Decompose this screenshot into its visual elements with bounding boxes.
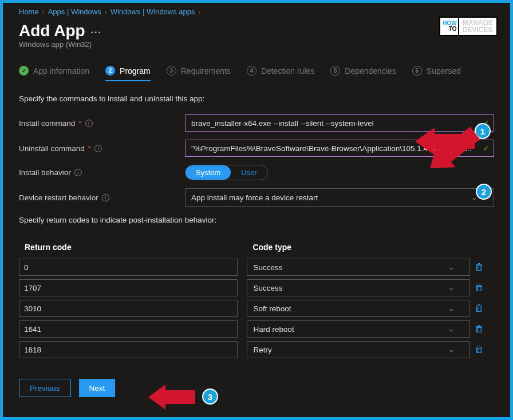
- tab-supersedence[interactable]: 6 Supersed: [412, 66, 461, 81]
- delete-icon[interactable]: 🗑: [470, 262, 484, 272]
- install-behavior-label: Install behavior i: [19, 168, 179, 177]
- return-codes-table: Return code Code type Success⌵ 🗑 Success…: [19, 236, 494, 362]
- section-description: Specify the commands to install and unin…: [19, 94, 494, 103]
- chevron-down-icon: ⌵: [449, 264, 453, 271]
- site-logo: HOWTO MANAGEDEVICES: [439, 17, 498, 36]
- delete-icon[interactable]: 🗑: [470, 324, 484, 334]
- uninstall-command-label: Uninstall command * i: [19, 144, 179, 153]
- step-number-icon: 3: [167, 66, 176, 76]
- section-description: Specify return codes to indicate post-in…: [19, 216, 494, 224]
- info-icon[interactable]: i: [102, 194, 109, 201]
- restart-behavior-dropdown[interactable]: App install may force a device restart ⌵: [185, 188, 494, 207]
- chevron-down-icon: ⌵: [449, 305, 453, 312]
- page-title: Add App ···: [19, 22, 102, 40]
- toggle-user[interactable]: User: [231, 165, 267, 180]
- more-menu-icon[interactable]: ···: [91, 24, 102, 38]
- column-header-code-type: Code type: [247, 239, 470, 255]
- step-number-icon: 4: [247, 66, 256, 76]
- tab-dependencies[interactable]: 5 Dependencies: [330, 66, 396, 81]
- table-row: Hard reboot⌵ 🗑: [19, 320, 494, 338]
- breadcrumb-windows-apps[interactable]: Windows | Windows apps: [111, 7, 195, 16]
- annotation-badge-2: 2: [476, 184, 492, 200]
- required-indicator: *: [78, 119, 81, 128]
- chevron-right-icon: ›: [42, 8, 45, 16]
- chevron-down-icon: ⌵: [449, 284, 453, 292]
- next-button[interactable]: Next: [79, 379, 116, 397]
- annotation-badge-3: 3: [202, 389, 218, 405]
- annotation-arrow-3: [148, 385, 195, 410]
- breadcrumb-home[interactable]: Home: [19, 7, 39, 16]
- code-type-dropdown[interactable]: Soft reboot⌵: [247, 300, 470, 317]
- tab-program[interactable]: 2 Program: [105, 66, 151, 81]
- tab-detection-rules[interactable]: 4 Detection rules: [247, 66, 314, 81]
- restart-behavior-label: Device restart behavior i: [19, 193, 179, 202]
- delete-icon[interactable]: 🗑: [470, 283, 484, 292]
- code-type-dropdown[interactable]: Success⌵: [247, 259, 470, 276]
- page-subtitle: Windows app (Win32): [19, 40, 102, 49]
- chevron-down-icon: ⌵: [449, 346, 453, 354]
- code-type-dropdown[interactable]: Hard reboot⌵: [247, 320, 470, 338]
- delete-icon[interactable]: 🗑: [470, 303, 484, 313]
- return-code-input[interactable]: [19, 341, 238, 358]
- step-number-icon: 6: [412, 66, 422, 76]
- return-code-input[interactable]: [19, 300, 238, 317]
- toggle-system[interactable]: System: [186, 165, 231, 180]
- code-type-dropdown[interactable]: Success⌵: [247, 279, 470, 296]
- install-behavior-toggle: System User: [185, 165, 268, 180]
- breadcrumb: Home › Apps | Windows › Windows | Window…: [19, 7, 494, 16]
- required-indicator: *: [88, 144, 91, 153]
- table-row: Retry⌵ 🗑: [19, 341, 494, 358]
- chevron-down-icon: ⌵: [449, 326, 453, 333]
- previous-button[interactable]: Previous: [19, 379, 71, 397]
- info-icon[interactable]: i: [85, 120, 93, 127]
- step-number-icon: 5: [330, 66, 340, 76]
- return-code-input[interactable]: [19, 320, 238, 338]
- tab-app-information[interactable]: ✓ App information: [19, 66, 89, 81]
- delete-icon[interactable]: 🗑: [470, 344, 484, 354]
- info-icon[interactable]: i: [74, 169, 82, 176]
- chevron-right-icon: ›: [105, 8, 107, 16]
- table-row: Soft reboot⌵ 🗑: [19, 300, 494, 317]
- chevron-right-icon: ›: [199, 8, 201, 16]
- breadcrumb-apps[interactable]: Apps | Windows: [48, 7, 101, 16]
- return-code-input[interactable]: [19, 279, 238, 296]
- return-code-input[interactable]: [19, 259, 238, 276]
- table-row: Success⌵ 🗑: [19, 259, 494, 276]
- step-number-icon: 2: [105, 66, 115, 76]
- table-row: Success⌵ 🗑: [19, 279, 494, 296]
- code-type-dropdown[interactable]: Retry⌵: [247, 341, 470, 358]
- install-command-label: Install command * i: [19, 119, 179, 128]
- tab-requirements[interactable]: 3 Requirements: [167, 66, 231, 81]
- check-icon: ✓: [19, 66, 29, 76]
- column-header-return-code: Return code: [19, 239, 247, 255]
- wizard-tabs: ✓ App information 2 Program 3 Requiremen…: [19, 66, 494, 82]
- info-icon[interactable]: i: [94, 145, 102, 152]
